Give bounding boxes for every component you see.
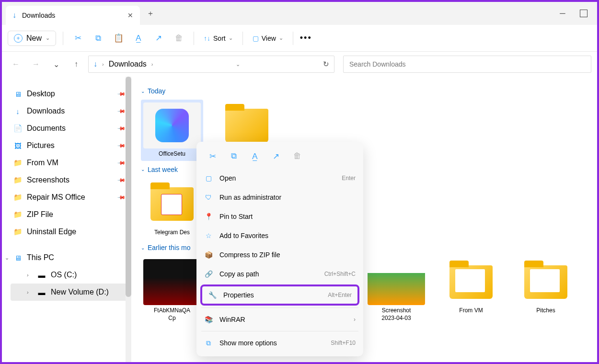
view-button[interactable]: ▢ View ⌄	[250, 34, 286, 42]
forward-button[interactable]: →	[28, 56, 44, 72]
sidebar-item-pictures[interactable]: 🖼Pictures📌	[11, 137, 127, 154]
maximize-button[interactable]	[580, 10, 587, 17]
pin-icon[interactable]: 📌	[116, 141, 126, 150]
tab-downloads[interactable]: ↓ Downloads ✕	[6, 6, 140, 25]
copy-icon[interactable]: ⧉	[224, 148, 243, 164]
folder-icon: 📁	[13, 176, 22, 184]
sidebar-item-downloads[interactable]: ↓Downloads📌	[11, 102, 127, 120]
pin-icon[interactable]: 📌	[116, 175, 126, 184]
ctx-more[interactable]: ⧉Show more optionsShift+F10	[196, 333, 363, 353]
chevron-down-icon: ⌄	[229, 35, 233, 41]
chevron-right-icon[interactable]: ›	[27, 289, 33, 295]
back-button[interactable]: ←	[8, 56, 24, 72]
up-button[interactable]: ↑	[68, 56, 84, 72]
chevron-down-icon: ⌄	[141, 245, 145, 250]
recent-button[interactable]: ⌄	[48, 56, 64, 72]
chevron-down-icon: ⌄	[279, 35, 283, 41]
delete-icon[interactable]: 🗑	[288, 148, 307, 164]
sidebar-item-uninstall[interactable]: 📁Uninstall Edge	[11, 223, 127, 240]
refresh-button[interactable]: ↻	[323, 60, 329, 68]
ctx-zip[interactable]: 📦Compress to ZIP file	[196, 245, 363, 264]
pin-icon[interactable]: 📌	[116, 193, 126, 202]
scroll-thumb[interactable]	[126, 77, 131, 297]
sort-icon: ↑↓	[204, 34, 210, 42]
folder-icon: 📁	[13, 228, 22, 236]
separator	[194, 32, 194, 45]
open-icon: ▢	[204, 174, 213, 182]
group-today[interactable]: ⌄Today	[141, 87, 587, 95]
drive-icon: ▬	[37, 288, 46, 296]
star-icon: ☆	[204, 231, 213, 240]
folder-telegram[interactable]: Telegram Des	[141, 178, 203, 239]
close-tab-button[interactable]: ✕	[127, 11, 133, 19]
separator	[201, 307, 358, 308]
sort-label: Sort	[213, 34, 226, 42]
file-ftab[interactable]: FtAbKMNaQA Cp	[141, 256, 203, 325]
paste-icon[interactable]: 📋	[110, 30, 127, 46]
separator	[293, 32, 293, 45]
rename-icon[interactable]: A̲	[245, 148, 265, 164]
picture-icon: 🖼	[13, 141, 22, 150]
share-icon[interactable]: ↗	[150, 30, 167, 46]
sidebar-item-zip[interactable]: 📁ZIP File	[11, 206, 127, 223]
download-icon: ↓	[93, 60, 97, 68]
chevron-right-icon[interactable]: ›	[27, 272, 33, 278]
chevron-down-icon: ⌄	[141, 89, 145, 94]
rename-icon[interactable]: A̲	[130, 30, 147, 46]
search-input[interactable]	[349, 60, 585, 68]
search-box[interactable]	[343, 56, 591, 73]
cut-icon[interactable]: ✂	[203, 148, 222, 164]
minimize-button[interactable]: ─	[559, 10, 566, 17]
new-button[interactable]: + New ⌄	[8, 31, 56, 46]
address-bar[interactable]: ↓ › Downloads › ⌄ ↻	[88, 56, 334, 73]
winrar-icon: 📚	[204, 315, 213, 324]
sidebar-item-documents[interactable]: 📄Documents📌	[11, 120, 127, 137]
sidebar-item-drive-c[interactable]: ›▬OS (C:)	[11, 266, 127, 284]
share-icon[interactable]: ↗	[266, 148, 286, 164]
file-officesetup[interactable]: OfficeSetu	[141, 100, 203, 161]
new-tab-button[interactable]: ＋	[147, 9, 154, 19]
pin-icon[interactable]: 📌	[116, 106, 126, 115]
cut-icon[interactable]: ✂	[70, 30, 86, 46]
properties-icon: 🔧	[208, 291, 217, 299]
sidebar-item-fromvm[interactable]: 📁From VM📌	[11, 154, 127, 171]
ctx-runadmin[interactable]: 🛡Run as administrator	[196, 188, 363, 207]
drive-icon: ▬	[37, 271, 46, 279]
ctx-properties[interactable]: 🔧PropertiesAlt+Enter	[200, 284, 359, 306]
chevron-right-icon: ›	[354, 316, 356, 323]
sidebar-item-desktop[interactable]: 🖥Desktop📌	[11, 85, 127, 102]
ctx-open[interactable]: ▢OpenEnter	[196, 169, 363, 188]
scrollbar[interactable]	[126, 77, 131, 362]
pin-icon[interactable]: 📌	[116, 89, 126, 98]
zip-icon: 📦	[204, 250, 213, 259]
copy-icon[interactable]: ⧉	[90, 30, 106, 46]
pin-icon[interactable]: 📌	[116, 124, 126, 133]
address-path[interactable]: Downloads	[109, 60, 147, 68]
chevron-right-icon: ›	[102, 61, 104, 67]
file-screenshot[interactable]: Screenshot 2023-04-03	[365, 256, 427, 325]
chevron-down-icon[interactable]: ⌄	[5, 255, 9, 261]
sort-button[interactable]: ↑↓ Sort ⌄	[201, 34, 236, 42]
ctx-winrar[interactable]: 📚WinRAR›	[196, 310, 363, 329]
ctx-pin[interactable]: 📍Pin to Start	[196, 207, 363, 226]
view-label: View	[262, 34, 276, 42]
chevron-down-icon[interactable]: ⌄	[236, 61, 240, 68]
delete-icon[interactable]: 🗑	[171, 30, 187, 46]
folder-fromvm[interactable]: From VM	[440, 256, 502, 325]
desktop-icon: 🖥	[13, 90, 22, 98]
ctx-favorites[interactable]: ☆Add to Favorites	[196, 226, 363, 245]
context-menu: ✂ ⧉ A̲ ↗ 🗑 ▢OpenEnter 🛡Run as administra…	[196, 142, 363, 356]
more-options-button[interactable]: •••	[300, 33, 312, 43]
ctx-copypath[interactable]: 🔗Copy as pathCtrl+Shift+C	[196, 264, 363, 284]
new-label: New	[26, 34, 42, 43]
folder-pitches[interactable]: Pitches	[515, 256, 577, 325]
pin-icon[interactable]: 📌	[116, 158, 126, 167]
sidebar-item-drive-d[interactable]: ›▬New Volume (D:)	[11, 284, 127, 301]
sidebar-item-repair[interactable]: 📁Repair MS Office📌	[11, 189, 127, 206]
sidebar-item-screenshots[interactable]: 📁Screenshots📌	[11, 171, 127, 189]
separator	[201, 331, 358, 331]
office-icon	[155, 109, 189, 142]
separator	[63, 32, 63, 45]
sidebar-item-thispc[interactable]: ⌄🖥This PC	[11, 249, 127, 266]
download-icon: ↓	[13, 107, 22, 115]
